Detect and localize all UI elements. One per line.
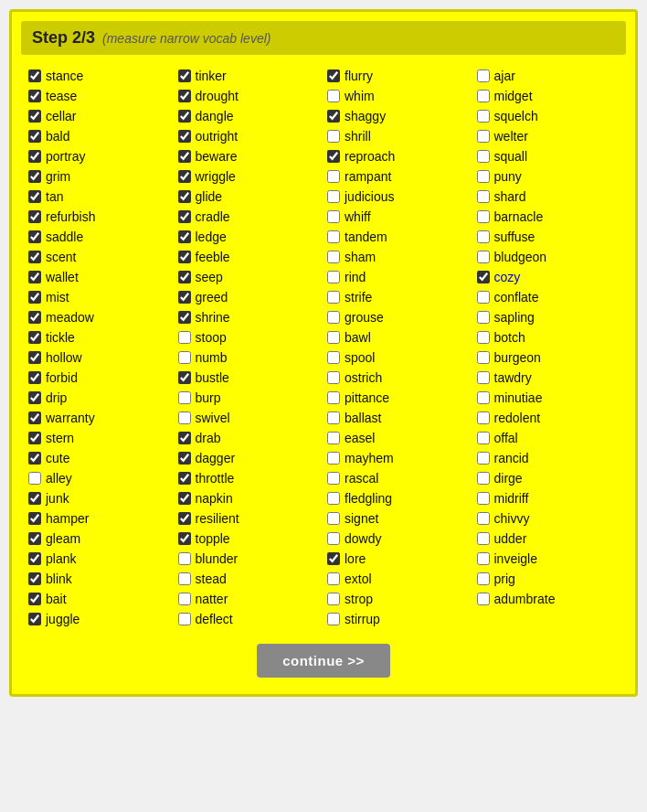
word-checkbox[interactable]: [28, 432, 41, 444]
word-checkbox[interactable]: [28, 251, 41, 263]
word-checkbox[interactable]: [178, 371, 191, 384]
word-checkbox[interactable]: [477, 512, 490, 525]
word-checkbox[interactable]: [178, 230, 191, 243]
word-checkbox[interactable]: [477, 110, 490, 123]
word-checkbox[interactable]: [327, 110, 340, 123]
word-checkbox[interactable]: [477, 130, 490, 143]
word-checkbox[interactable]: [178, 190, 191, 203]
word-checkbox[interactable]: [477, 391, 490, 404]
word-checkbox[interactable]: [178, 613, 191, 625]
word-checkbox[interactable]: [28, 492, 41, 505]
word-checkbox[interactable]: [477, 371, 490, 384]
word-checkbox[interactable]: [178, 311, 191, 324]
word-checkbox[interactable]: [327, 572, 340, 585]
word-checkbox[interactable]: [477, 432, 490, 444]
word-checkbox[interactable]: [327, 512, 340, 525]
word-checkbox[interactable]: [28, 271, 41, 283]
word-checkbox[interactable]: [327, 391, 340, 404]
word-checkbox[interactable]: [477, 411, 490, 424]
word-checkbox[interactable]: [477, 69, 490, 82]
word-checkbox[interactable]: [477, 230, 490, 243]
word-checkbox[interactable]: [178, 210, 191, 223]
word-checkbox[interactable]: [327, 311, 340, 324]
word-checkbox[interactable]: [178, 110, 191, 123]
word-checkbox[interactable]: [327, 411, 340, 424]
word-checkbox[interactable]: [28, 552, 41, 565]
word-checkbox[interactable]: [28, 512, 41, 525]
word-checkbox[interactable]: [178, 271, 191, 283]
word-checkbox[interactable]: [28, 210, 41, 223]
word-checkbox[interactable]: [28, 230, 41, 243]
word-checkbox[interactable]: [327, 291, 340, 304]
word-checkbox[interactable]: [178, 351, 191, 364]
word-checkbox[interactable]: [178, 291, 191, 304]
word-checkbox[interactable]: [28, 110, 41, 123]
word-checkbox[interactable]: [477, 532, 490, 545]
word-checkbox[interactable]: [28, 190, 41, 203]
word-checkbox[interactable]: [327, 69, 340, 82]
word-checkbox[interactable]: [477, 492, 490, 505]
word-checkbox[interactable]: [178, 90, 191, 102]
word-checkbox[interactable]: [477, 190, 490, 203]
word-checkbox[interactable]: [28, 90, 41, 102]
word-checkbox[interactable]: [28, 150, 41, 163]
word-checkbox[interactable]: [327, 150, 340, 163]
word-checkbox[interactable]: [178, 331, 191, 344]
word-checkbox[interactable]: [28, 291, 41, 304]
word-checkbox[interactable]: [28, 371, 41, 384]
word-checkbox[interactable]: [178, 170, 191, 183]
word-checkbox[interactable]: [477, 291, 490, 304]
word-checkbox[interactable]: [327, 90, 340, 102]
word-checkbox[interactable]: [477, 452, 490, 465]
word-checkbox[interactable]: [477, 251, 490, 263]
word-checkbox[interactable]: [327, 331, 340, 344]
word-checkbox[interactable]: [327, 452, 340, 465]
word-checkbox[interactable]: [178, 552, 191, 565]
word-checkbox[interactable]: [477, 552, 490, 565]
word-checkbox[interactable]: [327, 432, 340, 444]
word-checkbox[interactable]: [28, 452, 41, 465]
word-checkbox[interactable]: [327, 271, 340, 283]
word-checkbox[interactable]: [327, 532, 340, 545]
word-checkbox[interactable]: [28, 391, 41, 404]
word-checkbox[interactable]: [178, 69, 191, 82]
word-checkbox[interactable]: [178, 150, 191, 163]
word-checkbox[interactable]: [28, 593, 41, 605]
word-checkbox[interactable]: [28, 411, 41, 424]
word-checkbox[interactable]: [327, 492, 340, 505]
word-checkbox[interactable]: [178, 251, 191, 263]
word-checkbox[interactable]: [327, 190, 340, 203]
word-checkbox[interactable]: [477, 472, 490, 485]
word-checkbox[interactable]: [477, 170, 490, 183]
word-checkbox[interactable]: [477, 150, 490, 163]
word-checkbox[interactable]: [178, 472, 191, 485]
word-checkbox[interactable]: [28, 613, 41, 625]
word-checkbox[interactable]: [178, 572, 191, 585]
word-checkbox[interactable]: [28, 69, 41, 82]
word-checkbox[interactable]: [477, 572, 490, 585]
word-checkbox[interactable]: [178, 432, 191, 444]
word-checkbox[interactable]: [28, 331, 41, 344]
word-checkbox[interactable]: [178, 391, 191, 404]
word-checkbox[interactable]: [28, 572, 41, 585]
word-checkbox[interactable]: [327, 210, 340, 223]
word-checkbox[interactable]: [178, 492, 191, 505]
word-checkbox[interactable]: [178, 411, 191, 424]
word-checkbox[interactable]: [327, 170, 340, 183]
word-checkbox[interactable]: [477, 331, 490, 344]
word-checkbox[interactable]: [28, 472, 41, 485]
word-checkbox[interactable]: [477, 593, 490, 605]
word-checkbox[interactable]: [477, 351, 490, 364]
word-checkbox[interactable]: [178, 452, 191, 465]
word-checkbox[interactable]: [327, 552, 340, 565]
word-checkbox[interactable]: [477, 90, 490, 102]
word-checkbox[interactable]: [28, 170, 41, 183]
word-checkbox[interactable]: [327, 593, 340, 605]
word-checkbox[interactable]: [327, 613, 340, 625]
word-checkbox[interactable]: [327, 130, 340, 143]
word-checkbox[interactable]: [477, 271, 490, 283]
word-checkbox[interactable]: [28, 311, 41, 324]
word-checkbox[interactable]: [178, 532, 191, 545]
word-checkbox[interactable]: [28, 130, 41, 143]
word-checkbox[interactable]: [178, 512, 191, 525]
